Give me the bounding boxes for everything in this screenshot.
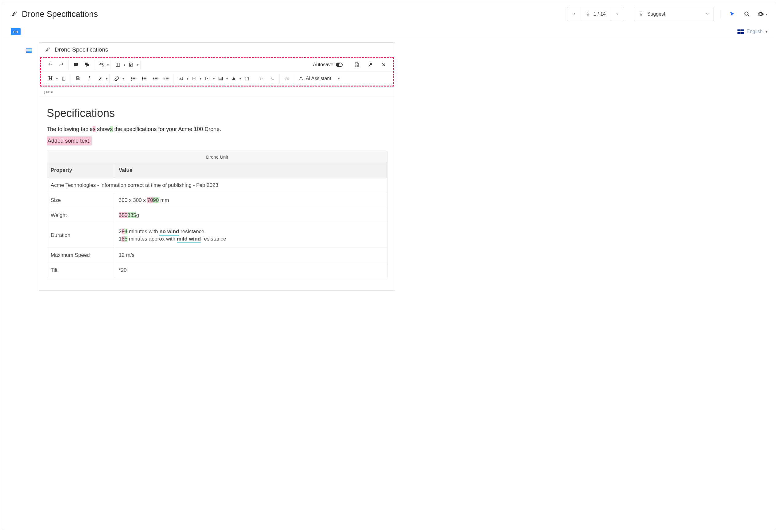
chevron-down-icon: ▾ [766, 13, 767, 16]
table-row: Tilt °20 [47, 263, 387, 278]
toolbar-highlight: ▾ ▾ ▾ [40, 57, 394, 87]
next-suggestion-button[interactable] [610, 7, 624, 21]
disclaimer-row: Acme Technologies - information correct … [47, 178, 387, 193]
document-content[interactable]: Specifications The following tables show… [39, 97, 395, 290]
image-insert-menu[interactable]: ▾ [176, 74, 188, 83]
autosave-label: Autosave [313, 62, 333, 68]
doc-heading: Specifications [47, 107, 387, 120]
language-select[interactable]: English ▾ [737, 29, 767, 34]
svg-point-0 [745, 12, 748, 15]
template-menu[interactable]: ▾ [126, 60, 139, 70]
comment-span[interactable]: no wind [159, 229, 179, 236]
heading-menu[interactable]: H▾ [45, 74, 58, 83]
bulb-icon [586, 11, 591, 17]
svg-point-7 [142, 79, 143, 80]
language-bar: en English ▾ [2, 25, 776, 39]
bold-button[interactable]: B [73, 74, 83, 83]
search-button[interactable] [743, 9, 752, 19]
suggestion-nav: 1 / 14 [567, 7, 624, 21]
svg-point-6 [142, 78, 143, 79]
divider [347, 61, 347, 69]
paste-button[interactable] [58, 74, 69, 83]
svg-rect-1 [116, 63, 120, 67]
app-header: Drone Specifications 1 / 14 [2, 2, 776, 25]
table-row: Size 300 x 300 x 7090 mm [47, 193, 387, 208]
editor-title: Drone Specifications [55, 46, 108, 53]
clear-format-button: Tx [256, 74, 266, 83]
svg-point-12 [207, 78, 208, 79]
feather-icon [11, 11, 17, 17]
terminal-button[interactable] [267, 74, 278, 83]
table-row: Weight 350335g [47, 208, 387, 223]
col-property: Property [47, 163, 115, 178]
deletion: s [93, 126, 95, 132]
comment-button[interactable] [71, 60, 81, 70]
toolbar-secondary: H▾ B I ▾ ▾ [41, 72, 393, 86]
outline-toggle-button[interactable] [24, 46, 33, 55]
mode-select[interactable]: Suggest [634, 7, 714, 21]
mode-label: Suggest [647, 11, 665, 17]
flag-uk-icon [737, 29, 744, 34]
autosave-toggle[interactable]: Autosave [313, 62, 343, 68]
svg-rect-14 [245, 77, 249, 80]
panel-left-menu[interactable]: ▾ [113, 60, 125, 70]
undo-button[interactable] [45, 60, 56, 70]
ai-assistant-button[interactable]: Ai Assistant ▾ [296, 76, 342, 81]
intro-paragraph: The following tables shows the specifica… [47, 125, 387, 134]
comment-span[interactable]: mild wind [177, 236, 201, 243]
page-title: Drone Specifications [22, 9, 98, 19]
deletion-block: Added some text. [47, 137, 91, 146]
toggle-icon [336, 63, 343, 67]
insertion: s [110, 126, 113, 132]
ai-label: Ai Assistant [306, 76, 331, 81]
suggestion-counter: 1 / 14 [581, 7, 610, 21]
italic-button[interactable]: I [84, 74, 94, 83]
indent-list-button[interactable] [161, 74, 172, 83]
specs-table: Drone Unit Property Value Acme Technolog… [47, 151, 387, 278]
calendar-button[interactable] [242, 74, 252, 83]
pagination-text: 1 / 14 [594, 11, 606, 17]
table-row: Maximum Speed 12 m/s [47, 248, 387, 263]
svg-rect-4 [63, 76, 65, 77]
prev-suggestion-button[interactable] [567, 7, 581, 21]
svg-rect-13 [219, 77, 222, 80]
save-button[interactable] [352, 60, 362, 70]
removed-paragraph: Added some text. [47, 137, 387, 146]
close-button[interactable] [379, 60, 389, 70]
embed-menu[interactable]: ▾ [202, 74, 215, 83]
feather-icon [45, 47, 50, 53]
bulb-icon [639, 11, 643, 17]
settings-menu[interactable]: ▾ [757, 11, 767, 17]
language-label: English [747, 29, 763, 34]
ordered-list-button[interactable] [128, 74, 139, 83]
chevron-down-icon: ▾ [766, 30, 767, 33]
toolbar-primary: ▾ ▾ ▾ [41, 58, 393, 72]
breadcrumb: para [39, 87, 395, 97]
equation-button: √x [282, 74, 292, 83]
comments-thread-button[interactable] [82, 60, 92, 70]
editor-panel: Drone Specifications [39, 42, 395, 290]
collapse-button[interactable] [365, 60, 376, 70]
magic-format-menu[interactable]: ▾ [95, 74, 107, 83]
link-menu[interactable]: ▾ [111, 74, 124, 83]
divider [720, 10, 721, 18]
warning-menu[interactable]: ▾ [228, 74, 241, 83]
unordered-list-button[interactable] [139, 74, 150, 83]
col-value: Value [115, 163, 387, 178]
language-chip[interactable]: en [11, 28, 20, 35]
table-caption: Drone Unit [47, 151, 387, 163]
table-row: Duration 284 minutes with no wind resist… [47, 223, 387, 248]
spellcheck-menu[interactable]: ▾ [96, 60, 109, 70]
select-tool-button[interactable] [728, 9, 737, 19]
media-menu[interactable]: ▾ [189, 74, 202, 83]
checklist-button[interactable] [150, 74, 161, 83]
redo-button[interactable] [56, 60, 67, 70]
table-menu[interactable]: ▾ [215, 74, 228, 83]
chevron-down-icon [706, 11, 709, 17]
svg-point-5 [142, 77, 143, 77]
svg-rect-3 [62, 77, 65, 80]
